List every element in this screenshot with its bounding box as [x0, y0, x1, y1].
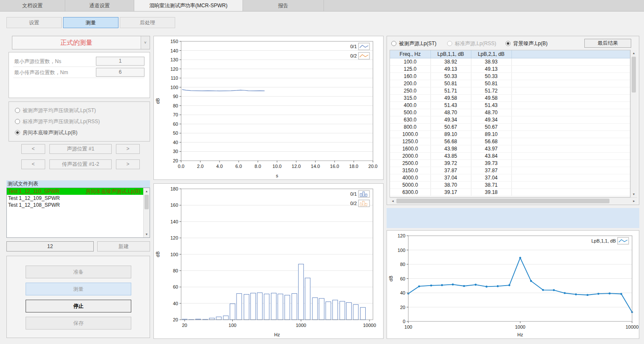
table-cell[interactable]: 39.73 [471, 159, 511, 167]
table-row[interactable]: 400.051.4351.43 [390, 101, 630, 109]
table-cell[interactable]: 38.70 [430, 181, 471, 188]
table-cell[interactable]: 500.0 [390, 109, 430, 116]
table-vertical-scrollbar[interactable]: ▲ ▼ [630, 50, 637, 197]
min-mic-positions-input[interactable]: 6 [96, 68, 144, 77]
table-cell[interactable]: 2500.0 [390, 159, 430, 167]
table-cell[interactable]: 37.87 [430, 167, 471, 174]
table-row[interactable]: 100.038.9238.93 [390, 58, 630, 65]
table-cell[interactable]: 37.87 [471, 167, 511, 174]
table-horizontal-scrollbar[interactable]: ◄ ► [390, 197, 637, 204]
table-row[interactable]: 3150.037.8737.87 [390, 167, 630, 174]
table-cell[interactable]: 49.34 [430, 116, 471, 123]
table-cell[interactable]: 38.93 [471, 58, 511, 65]
table-cell[interactable]: 48.70 [471, 109, 511, 116]
table-cell[interactable]: 200.0 [390, 80, 430, 87]
radio-lpb[interactable] [15, 130, 20, 135]
min-source-positions-input[interactable]: 1 [96, 57, 144, 66]
scroll-down-icon[interactable]: ▼ [144, 231, 150, 237]
stop-button[interactable]: 停止 [26, 300, 131, 312]
tab-channel-settings[interactable]: 通道设置 [65, 0, 134, 11]
table-cell[interactable]: 51.72 [471, 87, 511, 94]
table-row[interactable]: 250.051.7151.72 [390, 87, 630, 94]
scrollbar-thumb[interactable] [396, 199, 609, 203]
subtab-measure[interactable]: 测量 [63, 17, 118, 28]
final-result-button[interactable]: 最后结果 [584, 39, 631, 48]
table-cell[interactable]: 5000.0 [390, 181, 430, 188]
table-cell[interactable]: 39.72 [430, 159, 471, 167]
file-list-item[interactable]: Test 1_12_109_SPWR [7, 195, 143, 202]
table-cell[interactable]: 6300.0 [390, 188, 430, 196]
new-file-button[interactable]: 新建 [97, 241, 150, 251]
mic-pos-prev-button[interactable]: < [21, 159, 45, 169]
table-row[interactable]: 1600.043.9843.97 [390, 145, 630, 152]
scroll-down-icon[interactable]: ▼ [631, 191, 637, 197]
subtab-postprocess[interactable]: 后处理 [120, 17, 175, 28]
table-cell[interactable]: 125.0 [390, 65, 430, 72]
radio-lpst[interactable] [15, 108, 20, 113]
subtab-settings[interactable]: 设置 [6, 17, 62, 28]
table-cell[interactable]: 37.04 [471, 174, 511, 181]
table-cell[interactable]: 2000.0 [390, 152, 430, 159]
table-cell[interactable]: 43.97 [471, 145, 511, 152]
file-list-scrollbar[interactable]: ▲ ▼ [143, 188, 150, 237]
table-cell[interactable]: 49.13 [471, 65, 511, 72]
table-row[interactable]: 160.050.3350.33 [390, 72, 630, 80]
tab-mcr-spwr[interactable]: 混响室法测试声功率(MCR-SPWR) [134, 0, 243, 11]
table-row[interactable]: 5000.038.7038.71 [390, 181, 630, 188]
scroll-right-icon[interactable]: ► [631, 198, 637, 204]
chevron-down-icon[interactable]: ˅ [141, 36, 150, 49]
table-cell[interactable]: 49.13 [430, 65, 471, 72]
table-cell[interactable]: 43.84 [471, 152, 511, 159]
col-header-lpb11[interactable]: LpB,1,1, dB [430, 50, 471, 58]
source-pos-button[interactable]: 声源位置 #1 [49, 144, 112, 154]
tab-report[interactable]: 报告 [243, 0, 324, 11]
mic-pos-button[interactable]: 传声器位置 #1-2 [49, 159, 112, 169]
table-cell[interactable]: 160.0 [390, 72, 430, 80]
source-pos-prev-button[interactable]: < [21, 144, 45, 154]
file-list-item[interactable]: Test 1_12_108_SPWR [7, 202, 143, 208]
table-cell[interactable]: 39.18 [471, 188, 511, 196]
table-cell[interactable]: 38.71 [471, 181, 511, 188]
table-cell[interactable]: 48.70 [430, 109, 471, 116]
table-row[interactable]: 1000.089.1089.10 [390, 130, 630, 138]
table-cell[interactable]: 1000.0 [390, 130, 430, 138]
table-cell[interactable]: 50.81 [430, 80, 471, 87]
table-row[interactable]: 800.050.6750.67 [390, 123, 630, 130]
table-cell[interactable]: 50.81 [471, 80, 511, 87]
mic-pos-next-button[interactable]: > [116, 159, 140, 169]
table-cell[interactable]: 50.67 [430, 123, 471, 130]
measure-button[interactable]: 测量 [26, 283, 131, 295]
scroll-left-icon[interactable]: ◄ [390, 198, 396, 204]
table-cell[interactable]: 43.85 [430, 152, 471, 159]
table-row[interactable]: 500.048.7048.70 [390, 109, 630, 116]
table-cell[interactable]: 800.0 [390, 123, 430, 130]
scroll-up-icon[interactable]: ▲ [144, 188, 150, 194]
table-cell[interactable]: 100.0 [390, 58, 430, 65]
table-cell[interactable]: 1250.0 [390, 138, 430, 145]
table-row[interactable]: 125.049.1349.13 [390, 65, 630, 72]
table-cell[interactable]: 38.92 [430, 58, 471, 65]
table-cell[interactable]: 39.17 [430, 188, 471, 196]
table-cell[interactable]: 50.33 [430, 72, 471, 80]
table-row[interactable]: 2000.043.8543.84 [390, 152, 630, 159]
radio-lprss[interactable] [15, 119, 20, 124]
scrollbar-thumb[interactable] [144, 195, 149, 209]
table-cell[interactable]: 89.10 [471, 130, 511, 138]
file-list-item[interactable]: Test 1_12_110_SPWR房间本底噪声测试,Lp(B) [7, 188, 143, 195]
radio-result-lpb[interactable] [505, 41, 511, 46]
table-cell[interactable]: 37.04 [430, 174, 471, 181]
tab-document-settings[interactable]: 文档设置 [0, 0, 65, 11]
table-cell[interactable]: 50.33 [471, 72, 511, 80]
measurement-mode-select[interactable]: 正式的测量 ˅ [12, 36, 150, 49]
table-row[interactable]: 200.050.8150.81 [390, 80, 630, 87]
table-row[interactable]: 315.049.5849.58 [390, 94, 630, 101]
table-row[interactable]: 1250.056.6856.68 [390, 138, 630, 145]
table-cell[interactable]: 50.67 [471, 123, 511, 130]
table-cell[interactable]: 51.43 [471, 101, 511, 109]
table-cell[interactable]: 400.0 [390, 101, 430, 109]
radio-result-lprss[interactable] [447, 41, 452, 46]
col-header-freq[interactable]: Freq., Hz [390, 50, 430, 58]
file-count-button[interactable]: 12 [6, 241, 94, 251]
save-button[interactable]: 保存 [26, 317, 131, 330]
table-cell[interactable]: 43.98 [430, 145, 471, 152]
